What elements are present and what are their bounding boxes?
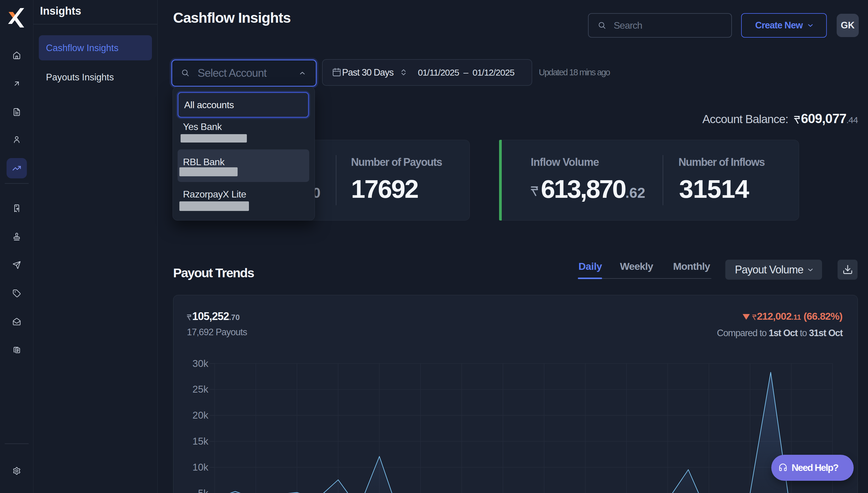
svg-text:10k: 10k [192,462,209,473]
svg-text:30k: 30k [192,358,209,369]
svg-text:25k: 25k [192,384,209,395]
svg-text:15k: 15k [192,436,209,447]
svg-text:20k: 20k [192,410,209,421]
svg-text:5k: 5k [198,488,208,493]
